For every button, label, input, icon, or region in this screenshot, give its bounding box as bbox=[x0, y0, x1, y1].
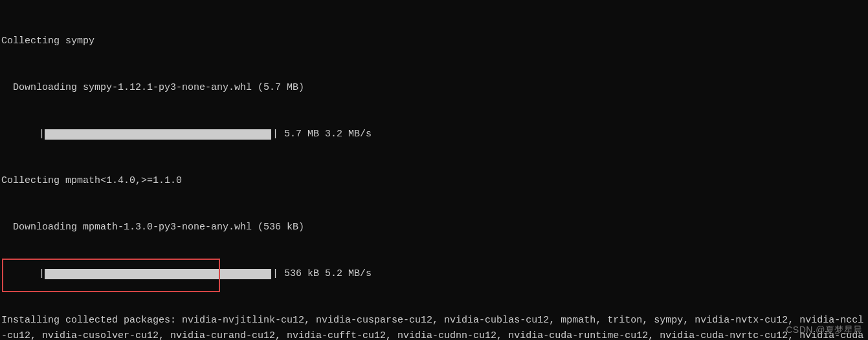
progress-bar-fill bbox=[45, 269, 271, 279]
output-line-installing: Installing collected packages: nvidia-nv… bbox=[1, 313, 867, 340]
output-line-collect-sympy: Collecting sympy bbox=[1, 34, 867, 49]
output-line-download-sympy: Downloading sympy-1.12.1-py3-none-any.wh… bbox=[1, 80, 867, 96]
output-line-collect-mpmath: Collecting mpmath<1.4.0,>=1.1.0 bbox=[1, 173, 867, 189]
output-line-download-mpmath: Downloading mpmath-1.3.0-py3-none-any.wh… bbox=[1, 220, 867, 235]
progress-bar-sympy: | | 5.7 MB 3.2 MB/s bbox=[1, 127, 867, 142]
progress-suffix: | 5.7 MB 3.2 MB/s bbox=[271, 127, 372, 142]
progress-bar-mpmath: | | 536 kB 5.2 MB/s bbox=[1, 266, 867, 282]
progress-prefix: | bbox=[39, 266, 45, 282]
progress-prefix: | bbox=[39, 127, 45, 142]
progress-suffix: | 536 kB 5.2 MB/s bbox=[271, 266, 372, 282]
terminal-output: Collecting sympy Downloading sympy-1.12.… bbox=[0, 0, 868, 340]
progress-bar-fill bbox=[45, 129, 271, 140]
watermark-text: CSDN @夏梦星晨 bbox=[786, 322, 863, 337]
